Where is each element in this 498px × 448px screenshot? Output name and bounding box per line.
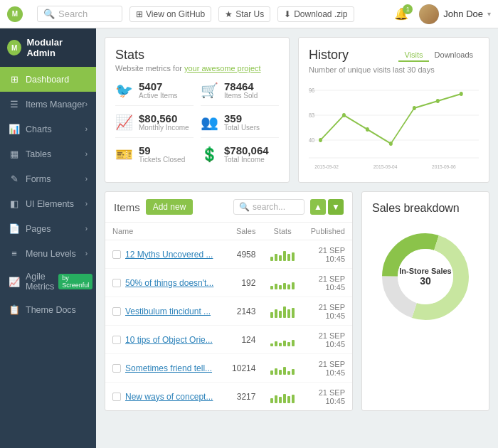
download-button[interactable]: ⬇ Download .zip: [277, 6, 354, 22]
items-card: Items Add new 🔍 search... ▲ ▼ Name: [105, 191, 353, 411]
sidebar-item-dashboard[interactable]: ⊞ Dashboard: [0, 67, 96, 92]
user-menu[interactable]: John Doe ▾: [419, 4, 491, 24]
stat-value: 359: [224, 113, 260, 124]
table-row: 50% of things doesn't...19221 SEP10:45: [105, 269, 352, 297]
item-name-link[interactable]: 50% of things doesn't...: [125, 278, 213, 288]
mini-bar-chart: [270, 331, 295, 346]
cell-published: 21 SEP10:45: [302, 269, 352, 297]
sidebar-item-tables[interactable]: ▦ Tables ›: [0, 142, 96, 166]
svg-point-10: [389, 142, 393, 146]
bar-segment: [275, 341, 277, 346]
bar-segment: [287, 254, 290, 261]
bar-segment: [283, 306, 286, 318]
mini-bar-chart: [270, 359, 295, 375]
prev-button[interactable]: ▲: [310, 199, 326, 215]
bar-segment: [292, 395, 295, 403]
stat-label: Items Sold: [224, 92, 258, 100]
main-content: Stats Website metrics for your awesome p…: [96, 28, 498, 448]
sidebar-item-pages[interactable]: 📄 Pages ›: [0, 216, 96, 241]
item-name-link[interactable]: Vestibulum tincidunt ...: [125, 306, 211, 316]
donut-label-text: In-Store Sales: [399, 267, 451, 275]
svg-point-8: [342, 113, 346, 117]
top-navigation: M 🔍 Search ⊞ View on GitHub ★ Star Us ⬇ …: [0, 0, 498, 28]
row-checkbox[interactable]: [112, 393, 121, 401]
svg-point-7: [319, 138, 322, 142]
item-name-link[interactable]: Sometimes friend tell...: [125, 363, 212, 373]
stat-label: Total Income: [224, 156, 269, 164]
search-input[interactable]: 🔍 Search: [37, 6, 122, 22]
sales-card: Sales breakdown: [361, 191, 489, 411]
stats-grid: 🐦 5407 Active Items 🛒 78464 Items Sold: [115, 81, 279, 169]
stat-total-income: 💲 $780,064 Total Income: [201, 145, 279, 169]
notification-badge: 1: [403, 4, 413, 14]
tab-visits[interactable]: Visits: [398, 49, 428, 62]
stats-link[interactable]: your awesome project: [184, 64, 261, 73]
mini-bar-chart: [270, 302, 295, 318]
logo-circle-icon: M: [7, 40, 21, 55]
bar-segment: [270, 286, 273, 289]
row-checkbox[interactable]: [112, 250, 121, 259]
next-button[interactable]: ▼: [328, 199, 344, 215]
bar-segment: [287, 284, 290, 289]
list-icon: ☰: [9, 99, 20, 110]
sidebar-item-ui-elements[interactable]: ◧ UI Elements ›: [0, 191, 96, 216]
item-name-link[interactable]: 10 tips of Object Orie...: [125, 335, 213, 345]
table-icon: ▦: [9, 149, 20, 159]
sidebar-item-label: UI Elements: [26, 199, 74, 209]
chevron-right-icon: ›: [85, 175, 88, 183]
row-checkbox[interactable]: [112, 307, 121, 316]
row-checkbox[interactable]: [112, 364, 121, 373]
items-header: Items Add new 🔍 search... ▲ ▼: [105, 192, 352, 223]
row-checkbox[interactable]: [112, 336, 121, 344]
sidebar-item-label: Agile Metrics: [26, 272, 54, 292]
items-search-input[interactable]: 🔍 search...: [233, 199, 304, 215]
stats-title: Stats: [115, 48, 279, 63]
bar-segment: [275, 368, 277, 375]
publish-date: 21 SEP10:45: [319, 360, 345, 377]
github-button[interactable]: ⊞ View on GitHub: [129, 6, 211, 22]
sidebar-item-label: Theme Docs: [26, 305, 76, 315]
publish-date: 21 SEP10:45: [319, 274, 345, 292]
search-icon: 🔍: [43, 9, 55, 19]
cell-published: 21 SEP10:45: [302, 240, 352, 269]
add-new-button[interactable]: Add new: [146, 199, 194, 215]
sidebar-item-menu-levels[interactable]: ≡ Menu Levels ›: [0, 241, 96, 266]
cart-icon: 🛒: [201, 82, 218, 99]
table-header-row: Name Sales Stats Published: [105, 223, 352, 240]
sidebar-nav: ⊞ Dashboard ☰ Items Manager › 📊 Charts ›: [0, 67, 96, 448]
search-placeholder: search...: [253, 202, 285, 212]
svg-text:2015-09-02: 2015-09-02: [314, 163, 339, 170]
item-name-link[interactable]: New ways of concept...: [125, 392, 213, 402]
bar-segment: [270, 370, 273, 375]
star-icon: ★: [225, 9, 233, 19]
sidebar-item-charts[interactable]: 📊 Charts ›: [0, 117, 96, 142]
svg-text:40: 40: [309, 137, 315, 144]
bar-segment: [292, 308, 295, 318]
publish-date: 21 SEP10:45: [319, 303, 345, 320]
donut-value: 30: [399, 275, 451, 287]
search-placeholder: Search: [58, 9, 88, 19]
row-checkbox[interactable]: [112, 279, 121, 287]
sidebar-item-items-manager[interactable]: ☰ Items Manager ›: [0, 92, 96, 117]
stat-active-items: 🐦 5407 Active Items: [115, 81, 194, 106]
cell-sales: 3217: [224, 383, 263, 411]
cell-sales: 4958: [224, 240, 263, 269]
cell-sales: 2143: [224, 297, 263, 326]
bar-segment: [283, 394, 286, 403]
tab-downloads[interactable]: Downloads: [429, 49, 479, 62]
item-name-link[interactable]: 12 Myths Uncovered ...: [125, 250, 213, 260]
top-row: Stats Website metrics for your awesome p…: [105, 37, 489, 183]
notification-bell[interactable]: 🔔 1: [394, 7, 408, 21]
stats-subtitle: Website metrics for your awesome project: [115, 64, 279, 73]
cell-name: Sometimes friend tell...: [105, 354, 224, 383]
visits-chart: 96 83 40 2015-09-02: [309, 80, 479, 172]
bar-segment: [279, 397, 282, 403]
star-button[interactable]: ★ Star Us: [218, 6, 270, 22]
bar-segment: [292, 369, 295, 375]
svg-text:96: 96: [309, 87, 315, 94]
sidebar-item-agile-metrics[interactable]: 📈 Agile Metrics by Screenful: [0, 266, 96, 297]
stat-value: 59: [139, 145, 185, 156]
sidebar-item-theme-docs[interactable]: 📋 Theme Docs: [0, 297, 96, 322]
bar-segment: [270, 343, 273, 346]
sidebar-item-forms[interactable]: ✎ Forms ›: [0, 166, 96, 191]
